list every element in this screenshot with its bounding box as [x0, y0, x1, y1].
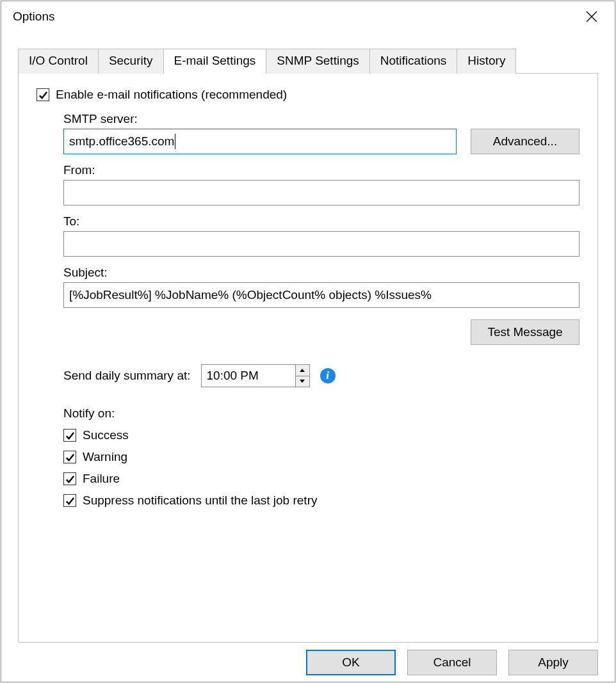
success-checkbox[interactable] [63, 429, 76, 442]
cancel-button[interactable]: Cancel [407, 650, 497, 675]
smtp-label: SMTP server: [63, 112, 580, 126]
spinner-up[interactable] [296, 365, 309, 376]
tab-notifications[interactable]: Notifications [369, 49, 458, 74]
subject-label: Subject: [63, 266, 580, 280]
svg-marker-2 [300, 369, 305, 372]
tab-io-control[interactable]: I/O Control [18, 49, 99, 74]
close-button[interactable] [576, 1, 607, 32]
tab-email-settings[interactable]: E-mail Settings [163, 49, 267, 74]
enable-row: Enable e-mail notifications (recommended… [36, 88, 580, 102]
tab-security[interactable]: Security [98, 49, 164, 74]
subject-input[interactable]: [%JobResult%] %JobName% (%ObjectCount% o… [63, 282, 580, 308]
spinner-down[interactable] [296, 376, 309, 387]
tabpanel-email-settings: Enable e-mail notifications (recommended… [18, 73, 598, 643]
suppress-label: Suppress notifications until the last jo… [83, 494, 317, 508]
time-spinner [295, 365, 309, 387]
to-input[interactable] [63, 231, 580, 257]
check-icon [65, 431, 75, 440]
info-icon[interactable]: i [320, 368, 336, 383]
notify-label: Notify on: [63, 406, 580, 421]
chevron-down-icon [300, 380, 305, 383]
check-icon [65, 453, 75, 462]
ok-button[interactable]: OK [306, 650, 396, 675]
failure-label: Failure [83, 472, 120, 486]
check-icon [65, 474, 75, 484]
client-area: I/O Control Security E-mail Settings SNM… [1, 32, 615, 643]
test-message-button[interactable]: Test Message [471, 319, 580, 345]
from-input[interactable] [63, 180, 580, 205]
suppress-checkbox[interactable] [63, 494, 76, 507]
close-icon [586, 11, 597, 22]
summary-time-input[interactable]: 10:00 PM [201, 364, 310, 387]
check-icon [38, 90, 48, 100]
tab-snmp-settings[interactable]: SNMP Settings [266, 49, 369, 74]
warning-label: Warning [83, 450, 127, 464]
window-title: Options [13, 10, 576, 24]
summary-label: Send daily summary at: [63, 369, 191, 383]
check-icon [65, 496, 75, 506]
advanced-button[interactable]: Advanced... [471, 129, 580, 154]
enable-label: Enable e-mail notifications (recommended… [56, 88, 287, 102]
email-form: SMTP server: smtp.office365.com Advanced… [63, 112, 580, 508]
failure-checkbox[interactable] [63, 472, 76, 485]
smtp-server-input[interactable]: smtp.office365.com [63, 129, 457, 154]
success-label: Success [83, 428, 129, 442]
svg-marker-3 [300, 380, 305, 383]
enable-checkbox[interactable] [36, 88, 49, 101]
tab-history[interactable]: History [457, 49, 516, 74]
tabstrip: I/O Control Security E-mail Settings SNM… [18, 49, 598, 74]
to-label: To: [63, 214, 580, 229]
from-label: From: [63, 163, 580, 177]
text-caret [175, 134, 175, 149]
button-bar: OK Cancel Apply [1, 643, 615, 682]
chevron-up-icon [300, 369, 305, 372]
apply-button[interactable]: Apply [508, 650, 598, 675]
options-dialog: Options I/O Control Security E-mail Sett… [1, 1, 615, 682]
warning-checkbox[interactable] [63, 451, 76, 463]
titlebar: Options [1, 1, 615, 32]
